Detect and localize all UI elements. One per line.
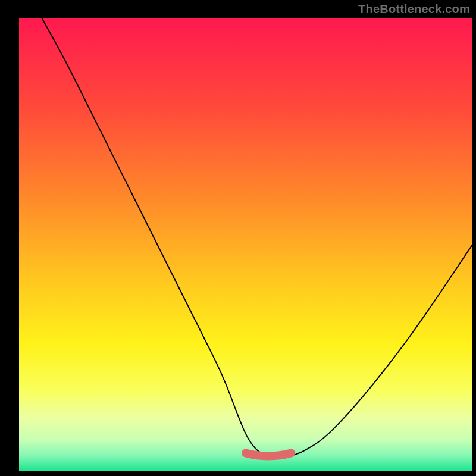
chart-svg [19, 18, 472, 471]
plot-area [19, 18, 472, 471]
gradient-background [19, 18, 472, 471]
optimal-range-marker [246, 453, 291, 456]
watermark-text: TheBottleneck.com [358, 2, 470, 16]
chart-frame: TheBottleneck.com [0, 0, 476, 476]
